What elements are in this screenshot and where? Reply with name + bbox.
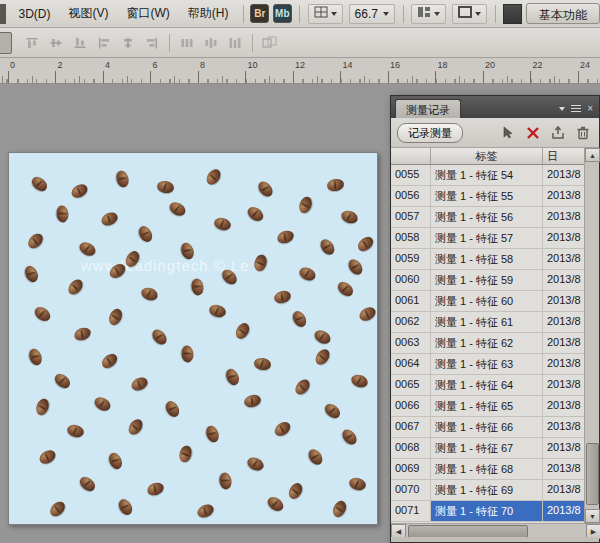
auto-align-layers-icon[interactable]	[259, 32, 281, 54]
column-header-label[interactable]: 标签	[431, 148, 543, 164]
distribute-top-edges-icon[interactable]	[176, 32, 198, 54]
seed-object	[65, 277, 85, 298]
separator	[252, 34, 253, 52]
table-row[interactable]: 0069测量 1 - 特征 682013/8	[391, 459, 586, 480]
screen-mode-dropdown[interactable]	[452, 4, 487, 24]
row-date: 2013/8	[543, 333, 586, 353]
vertical-scrollbar[interactable]: ▲ ▼	[584, 148, 599, 523]
row-label: 测量 1 - 特征 61	[431, 312, 543, 332]
seed-object	[178, 444, 194, 464]
seed-object	[56, 205, 69, 223]
seed-object	[190, 278, 205, 297]
row-id: 0069	[391, 459, 431, 479]
seed-object	[265, 494, 286, 514]
table-row[interactable]: 0067测量 1 - 特征 662013/8	[391, 417, 586, 438]
delete-x-icon[interactable]	[523, 123, 543, 143]
panel-menu-icon[interactable]	[571, 105, 581, 113]
document-image[interactable]: www.leadingtech © Le	[8, 152, 378, 525]
menu-item-window[interactable]: 窗口(W)	[118, 1, 179, 26]
seed-object	[115, 169, 131, 189]
row-label: 测量 1 - 特征 66	[431, 417, 543, 437]
seed-object	[163, 399, 182, 420]
row-id: 0063	[391, 333, 431, 353]
horizontal-ruler[interactable]: 024681012141618202224	[0, 58, 600, 84]
column-header-id[interactable]	[391, 148, 431, 164]
ruler-tick-label: 20	[485, 60, 495, 70]
menu-item-3d[interactable]: 3D(D)	[10, 3, 60, 25]
record-measurements-button[interactable]: 记录测量	[397, 123, 463, 143]
panel-footer	[391, 537, 599, 542]
vertical-scroll-thumb[interactable]	[586, 443, 599, 505]
ruler-tick-label: 12	[295, 60, 305, 70]
row-id: 0068	[391, 438, 431, 458]
launch-bridge-button[interactable]: Br	[250, 4, 269, 23]
table-row[interactable]: 0058测量 1 - 特征 572013/8	[391, 228, 586, 249]
row-label: 测量 1 - 特征 57	[431, 228, 543, 248]
tool-options-bar	[0, 28, 600, 58]
align-top-edges-icon[interactable]	[21, 32, 43, 54]
seed-object	[181, 345, 194, 363]
close-icon[interactable]: ×	[587, 104, 593, 114]
table-row[interactable]: 0059测量 1 - 特征 582013/8	[391, 249, 586, 270]
seed-object	[355, 234, 376, 254]
scroll-down-arrow[interactable]: ▼	[585, 509, 600, 523]
seed-object	[29, 174, 50, 194]
table-row[interactable]: 0065测量 1 - 特征 642013/8	[391, 375, 586, 396]
panel-header[interactable]: 测量记录 ×	[391, 96, 599, 118]
row-label: 测量 1 - 特征 64	[431, 375, 543, 395]
screen-mode-icon	[458, 6, 472, 21]
table-row[interactable]: 0056测量 1 - 特征 552013/8	[391, 186, 586, 207]
seed-object	[22, 264, 40, 284]
seed-object	[106, 451, 124, 471]
view-extras-dropdown[interactable]	[308, 4, 343, 24]
seed-object	[69, 182, 90, 201]
seed-object	[255, 179, 275, 200]
align-left-edges-icon[interactable]	[93, 32, 115, 54]
align-bottom-edges-icon[interactable]	[69, 32, 91, 54]
seed-object	[306, 447, 326, 468]
seed-object	[348, 476, 368, 492]
menu-item-view[interactable]: 视图(V)	[60, 1, 118, 26]
tool-preset-button[interactable]	[0, 32, 12, 54]
export-measurements-icon[interactable]	[548, 123, 568, 143]
row-date: 2013/8	[543, 228, 586, 248]
align-horizontal-centers-icon[interactable]	[117, 32, 139, 54]
row-id: 0071	[391, 501, 431, 521]
trash-icon[interactable]	[573, 123, 593, 143]
workspace-switcher-button[interactable]: 基本功能	[526, 3, 600, 24]
row-id: 0067	[391, 417, 431, 437]
menu-item-help[interactable]: 帮助(H)	[179, 1, 238, 26]
row-label: 测量 1 - 特征 68	[431, 459, 543, 479]
row-date: 2013/8	[543, 354, 586, 374]
table-row[interactable]: 0070测量 1 - 特征 692013/8	[391, 480, 586, 501]
ruler-tick-label: 0	[10, 60, 15, 70]
table-row[interactable]: 0061测量 1 - 特征 602013/8	[391, 291, 586, 312]
distribute-vertical-centers-icon[interactable]	[200, 32, 222, 54]
table-row[interactable]: 0063测量 1 - 特征 622013/8	[391, 333, 586, 354]
align-vertical-centers-icon[interactable]	[45, 32, 67, 54]
launch-mini-bridge-button[interactable]: Mb	[273, 4, 292, 23]
seed-object	[27, 347, 44, 367]
table-row[interactable]: 0066测量 1 - 特征 652013/8	[391, 396, 586, 417]
panel-tab-measurement-log[interactable]: 测量记录	[395, 99, 461, 118]
table-row[interactable]: 0060测量 1 - 特征 592013/8	[391, 270, 586, 291]
seed-object	[253, 253, 269, 273]
table-row[interactable]: 0057测量 1 - 特征 562013/8	[391, 207, 586, 228]
seed-object	[72, 325, 92, 342]
scroll-up-arrow[interactable]: ▲	[585, 148, 600, 162]
column-header-date[interactable]: 日	[543, 148, 586, 164]
arrange-documents-dropdown[interactable]	[411, 4, 446, 24]
zoom-level-dropdown[interactable]: 66.7	[349, 4, 395, 24]
table-row[interactable]: 0068测量 1 - 特征 672013/8	[391, 438, 586, 459]
select-measurements-icon[interactable]	[498, 123, 518, 143]
seed-object	[99, 351, 120, 371]
panel-collapse-icon[interactable]	[559, 107, 565, 111]
table-row[interactable]: 0055测量 1 - 特征 542013/8	[391, 165, 586, 186]
align-right-edges-icon[interactable]	[141, 32, 163, 54]
table-row[interactable]: 0071测量 1 - 特征 702013/8	[391, 501, 586, 522]
table-row[interactable]: 0062测量 1 - 特征 612013/8	[391, 312, 586, 333]
seed-object	[339, 427, 359, 448]
distribute-bottom-edges-icon[interactable]	[224, 32, 246, 54]
table-row[interactable]: 0064测量 1 - 特征 632013/8	[391, 354, 586, 375]
row-label: 测量 1 - 特征 70	[431, 501, 543, 521]
